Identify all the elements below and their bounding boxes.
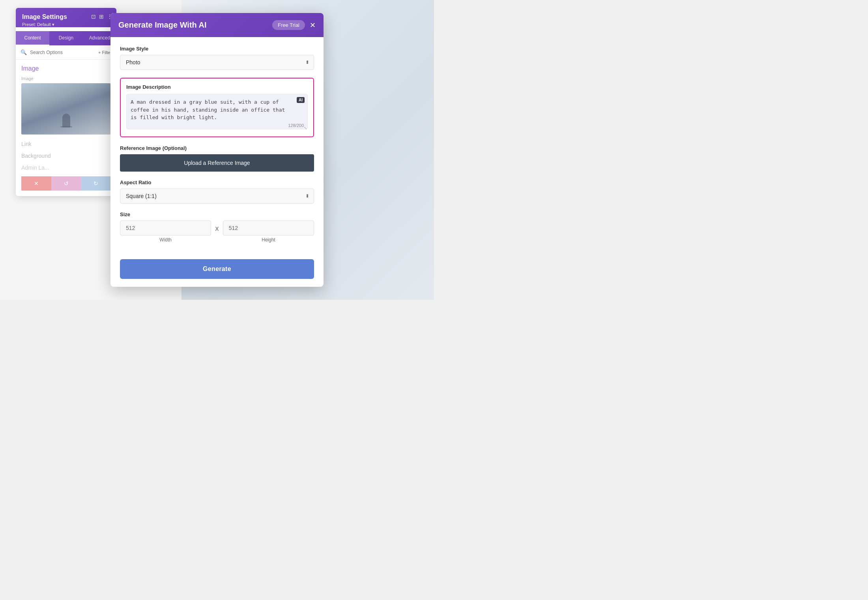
size-x-divider: X [215,226,219,232]
size-section: Size Width X Height [120,211,314,243]
reference-image-label: Reference Image (Optional) [120,145,314,151]
width-input-group: Width [120,221,211,243]
image-description-label: Image Description [126,84,308,90]
size-inputs: Width X Height [120,221,314,243]
height-input-group: Height [223,221,314,243]
modal-footer: Generate [110,259,324,287]
char-count: 128/200 [288,123,304,128]
image-style-select[interactable]: Photo Illustration Digital Art Painting … [120,55,314,70]
generate-button[interactable]: Generate [120,259,314,279]
image-style-label: Image Style [120,46,314,52]
description-wrapper: A man dressed in a gray blue suit, with … [126,94,308,131]
close-button[interactable]: ✕ [310,22,316,29]
height-label: Height [223,237,314,243]
modal-title: Generate Image With AI [118,21,207,30]
width-label: Width [120,237,211,243]
aspect-ratio-label: Aspect Ratio [120,179,314,185]
reference-image-section: Reference Image (Optional) Upload a Refe… [120,145,314,172]
generate-image-modal: Generate Image With AI Free Trial ✕ Imag… [110,13,324,287]
modal-overlay: Generate Image With AI Free Trial ✕ Imag… [0,0,434,300]
height-input[interactable] [223,221,314,236]
modal-body: Image Style Photo Illustration Digital A… [110,37,324,259]
free-trial-badge: Free Trial [272,20,305,30]
resize-handle: ⤡ [304,126,307,130]
width-input[interactable] [120,221,211,236]
size-label: Size [120,211,314,217]
upload-reference-button[interactable]: Upload a Reference Image [120,154,314,172]
ai-icon: AI [297,97,305,103]
image-style-select-wrapper: Photo Illustration Digital Art Painting … [120,55,314,70]
aspect-ratio-section: Aspect Ratio Square (1:1) Landscape (16:… [120,179,314,204]
image-description-section: Image Description A man dressed in a gra… [120,78,314,137]
aspect-ratio-select[interactable]: Square (1:1) Landscape (16:9) Portrait (… [120,189,314,204]
description-textarea[interactable]: A man dressed in a gray blue suit, with … [126,94,308,129]
image-style-section: Image Style Photo Illustration Digital A… [120,46,314,70]
aspect-ratio-select-wrapper: Square (1:1) Landscape (16:9) Portrait (… [120,189,314,204]
modal-header: Generate Image With AI Free Trial ✕ [110,13,324,37]
modal-header-right: Free Trial ✕ [272,20,316,30]
